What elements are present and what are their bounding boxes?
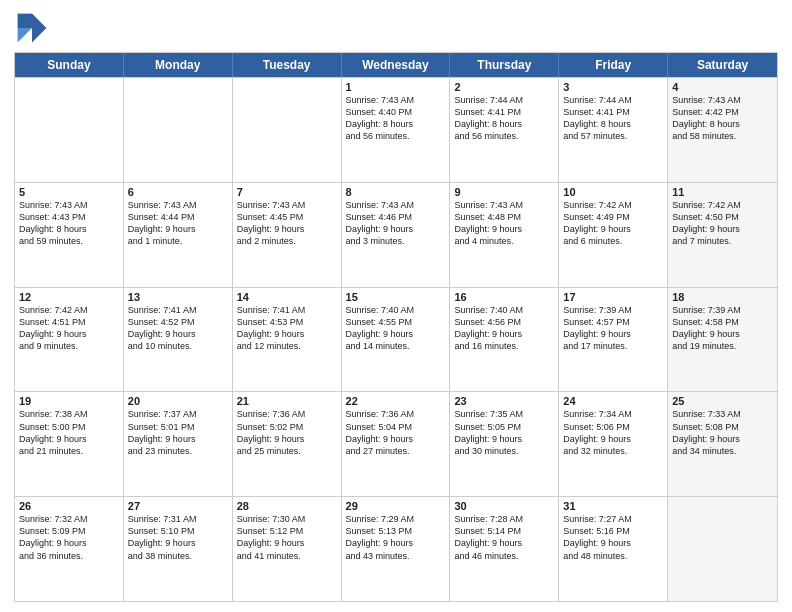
day-header-friday: Friday: [559, 53, 668, 77]
svg-marker-1: [18, 14, 32, 28]
calendar-cell: 13Sunrise: 7:41 AM Sunset: 4:52 PM Dayli…: [124, 288, 233, 392]
day-number: 28: [237, 500, 337, 512]
cell-info: Sunrise: 7:42 AM Sunset: 4:49 PM Dayligh…: [563, 199, 663, 248]
day-number: 16: [454, 291, 554, 303]
calendar-cell: 31Sunrise: 7:27 AM Sunset: 5:16 PM Dayli…: [559, 497, 668, 601]
cell-info: Sunrise: 7:39 AM Sunset: 4:57 PM Dayligh…: [563, 304, 663, 353]
day-number: 5: [19, 186, 119, 198]
calendar-cell: 29Sunrise: 7:29 AM Sunset: 5:13 PM Dayli…: [342, 497, 451, 601]
day-header-tuesday: Tuesday: [233, 53, 342, 77]
cell-info: Sunrise: 7:32 AM Sunset: 5:09 PM Dayligh…: [19, 513, 119, 562]
calendar-header: SundayMondayTuesdayWednesdayThursdayFrid…: [15, 53, 777, 77]
day-number: 8: [346, 186, 446, 198]
calendar-cell: 5Sunrise: 7:43 AM Sunset: 4:43 PM Daylig…: [15, 183, 124, 287]
calendar-cell: 21Sunrise: 7:36 AM Sunset: 5:02 PM Dayli…: [233, 392, 342, 496]
day-number: 17: [563, 291, 663, 303]
calendar-cell: 15Sunrise: 7:40 AM Sunset: 4:55 PM Dayli…: [342, 288, 451, 392]
cell-info: Sunrise: 7:41 AM Sunset: 4:53 PM Dayligh…: [237, 304, 337, 353]
day-number: 25: [672, 395, 773, 407]
cell-info: Sunrise: 7:43 AM Sunset: 4:48 PM Dayligh…: [454, 199, 554, 248]
calendar-cell: 14Sunrise: 7:41 AM Sunset: 4:53 PM Dayli…: [233, 288, 342, 392]
day-number: 23: [454, 395, 554, 407]
cell-info: Sunrise: 7:43 AM Sunset: 4:40 PM Dayligh…: [346, 94, 446, 143]
cell-info: Sunrise: 7:39 AM Sunset: 4:58 PM Dayligh…: [672, 304, 773, 353]
day-number: 15: [346, 291, 446, 303]
calendar-row: 5Sunrise: 7:43 AM Sunset: 4:43 PM Daylig…: [15, 182, 777, 287]
cell-info: Sunrise: 7:43 AM Sunset: 4:42 PM Dayligh…: [672, 94, 773, 143]
calendar: SundayMondayTuesdayWednesdayThursdayFrid…: [14, 52, 778, 602]
day-number: 30: [454, 500, 554, 512]
calendar-cell: 9Sunrise: 7:43 AM Sunset: 4:48 PM Daylig…: [450, 183, 559, 287]
day-number: 24: [563, 395, 663, 407]
cell-info: Sunrise: 7:38 AM Sunset: 5:00 PM Dayligh…: [19, 408, 119, 457]
cell-info: Sunrise: 7:44 AM Sunset: 4:41 PM Dayligh…: [454, 94, 554, 143]
calendar-cell: [233, 78, 342, 182]
calendar-cell: 17Sunrise: 7:39 AM Sunset: 4:57 PM Dayli…: [559, 288, 668, 392]
cell-info: Sunrise: 7:30 AM Sunset: 5:12 PM Dayligh…: [237, 513, 337, 562]
day-header-wednesday: Wednesday: [342, 53, 451, 77]
calendar-cell: [124, 78, 233, 182]
day-header-saturday: Saturday: [668, 53, 777, 77]
day-header-sunday: Sunday: [15, 53, 124, 77]
cell-info: Sunrise: 7:34 AM Sunset: 5:06 PM Dayligh…: [563, 408, 663, 457]
calendar-cell: 16Sunrise: 7:40 AM Sunset: 4:56 PM Dayli…: [450, 288, 559, 392]
day-number: 7: [237, 186, 337, 198]
cell-info: Sunrise: 7:28 AM Sunset: 5:14 PM Dayligh…: [454, 513, 554, 562]
calendar-cell: 24Sunrise: 7:34 AM Sunset: 5:06 PM Dayli…: [559, 392, 668, 496]
cell-info: Sunrise: 7:42 AM Sunset: 4:51 PM Dayligh…: [19, 304, 119, 353]
day-number: 31: [563, 500, 663, 512]
day-number: 14: [237, 291, 337, 303]
calendar-cell: 2Sunrise: 7:44 AM Sunset: 4:41 PM Daylig…: [450, 78, 559, 182]
day-number: 22: [346, 395, 446, 407]
calendar-row: 26Sunrise: 7:32 AM Sunset: 5:09 PM Dayli…: [15, 496, 777, 601]
day-number: 21: [237, 395, 337, 407]
cell-info: Sunrise: 7:41 AM Sunset: 4:52 PM Dayligh…: [128, 304, 228, 353]
day-number: 12: [19, 291, 119, 303]
day-header-thursday: Thursday: [450, 53, 559, 77]
calendar-cell: 11Sunrise: 7:42 AM Sunset: 4:50 PM Dayli…: [668, 183, 777, 287]
cell-info: Sunrise: 7:40 AM Sunset: 4:55 PM Dayligh…: [346, 304, 446, 353]
calendar-row: 19Sunrise: 7:38 AM Sunset: 5:00 PM Dayli…: [15, 391, 777, 496]
cell-info: Sunrise: 7:37 AM Sunset: 5:01 PM Dayligh…: [128, 408, 228, 457]
calendar-cell: 25Sunrise: 7:33 AM Sunset: 5:08 PM Dayli…: [668, 392, 777, 496]
calendar-body: 1Sunrise: 7:43 AM Sunset: 4:40 PM Daylig…: [15, 77, 777, 601]
day-number: 9: [454, 186, 554, 198]
cell-info: Sunrise: 7:31 AM Sunset: 5:10 PM Dayligh…: [128, 513, 228, 562]
calendar-cell: 1Sunrise: 7:43 AM Sunset: 4:40 PM Daylig…: [342, 78, 451, 182]
cell-info: Sunrise: 7:44 AM Sunset: 4:41 PM Dayligh…: [563, 94, 663, 143]
header: [14, 10, 778, 46]
cell-info: Sunrise: 7:35 AM Sunset: 5:05 PM Dayligh…: [454, 408, 554, 457]
calendar-cell: 4Sunrise: 7:43 AM Sunset: 4:42 PM Daylig…: [668, 78, 777, 182]
calendar-cell: [668, 497, 777, 601]
cell-info: Sunrise: 7:29 AM Sunset: 5:13 PM Dayligh…: [346, 513, 446, 562]
calendar-cell: 20Sunrise: 7:37 AM Sunset: 5:01 PM Dayli…: [124, 392, 233, 496]
cell-info: Sunrise: 7:43 AM Sunset: 4:43 PM Dayligh…: [19, 199, 119, 248]
cell-info: Sunrise: 7:43 AM Sunset: 4:46 PM Dayligh…: [346, 199, 446, 248]
calendar-cell: 23Sunrise: 7:35 AM Sunset: 5:05 PM Dayli…: [450, 392, 559, 496]
day-number: 10: [563, 186, 663, 198]
calendar-cell: 12Sunrise: 7:42 AM Sunset: 4:51 PM Dayli…: [15, 288, 124, 392]
day-number: 26: [19, 500, 119, 512]
day-number: 20: [128, 395, 228, 407]
cell-info: Sunrise: 7:36 AM Sunset: 5:02 PM Dayligh…: [237, 408, 337, 457]
day-number: 18: [672, 291, 773, 303]
cell-info: Sunrise: 7:43 AM Sunset: 4:44 PM Dayligh…: [128, 199, 228, 248]
calendar-cell: 28Sunrise: 7:30 AM Sunset: 5:12 PM Dayli…: [233, 497, 342, 601]
day-number: 2: [454, 81, 554, 93]
cell-info: Sunrise: 7:43 AM Sunset: 4:45 PM Dayligh…: [237, 199, 337, 248]
day-number: 13: [128, 291, 228, 303]
calendar-cell: 26Sunrise: 7:32 AM Sunset: 5:09 PM Dayli…: [15, 497, 124, 601]
svg-marker-2: [18, 28, 32, 42]
logo: [14, 10, 54, 46]
calendar-cell: 27Sunrise: 7:31 AM Sunset: 5:10 PM Dayli…: [124, 497, 233, 601]
calendar-cell: [15, 78, 124, 182]
calendar-cell: 19Sunrise: 7:38 AM Sunset: 5:00 PM Dayli…: [15, 392, 124, 496]
calendar-cell: 6Sunrise: 7:43 AM Sunset: 4:44 PM Daylig…: [124, 183, 233, 287]
day-number: 27: [128, 500, 228, 512]
day-number: 1: [346, 81, 446, 93]
cell-info: Sunrise: 7:40 AM Sunset: 4:56 PM Dayligh…: [454, 304, 554, 353]
day-number: 11: [672, 186, 773, 198]
day-number: 6: [128, 186, 228, 198]
cell-info: Sunrise: 7:42 AM Sunset: 4:50 PM Dayligh…: [672, 199, 773, 248]
page: SundayMondayTuesdayWednesdayThursdayFrid…: [0, 0, 792, 612]
